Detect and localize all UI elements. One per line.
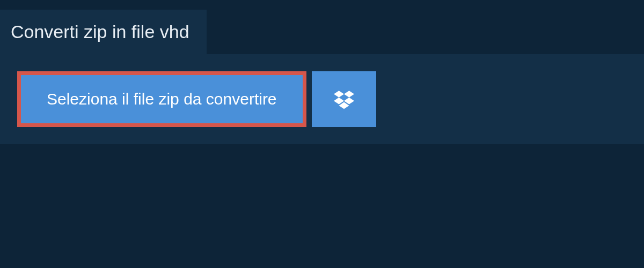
select-file-button[interactable]: Seleziona il file zip da convertire — [21, 75, 303, 123]
dropbox-icon — [334, 89, 354, 109]
dropbox-button[interactable] — [312, 71, 376, 127]
header-tab: Converti zip in file vhd — [0, 10, 207, 54]
action-button-row: Seleziona il file zip da convertire — [17, 71, 627, 127]
main-panel: Seleziona il file zip da convertire — [0, 54, 644, 144]
select-file-highlight: Seleziona il file zip da convertire — [17, 71, 306, 127]
page-title: Converti zip in file vhd — [11, 21, 189, 42]
